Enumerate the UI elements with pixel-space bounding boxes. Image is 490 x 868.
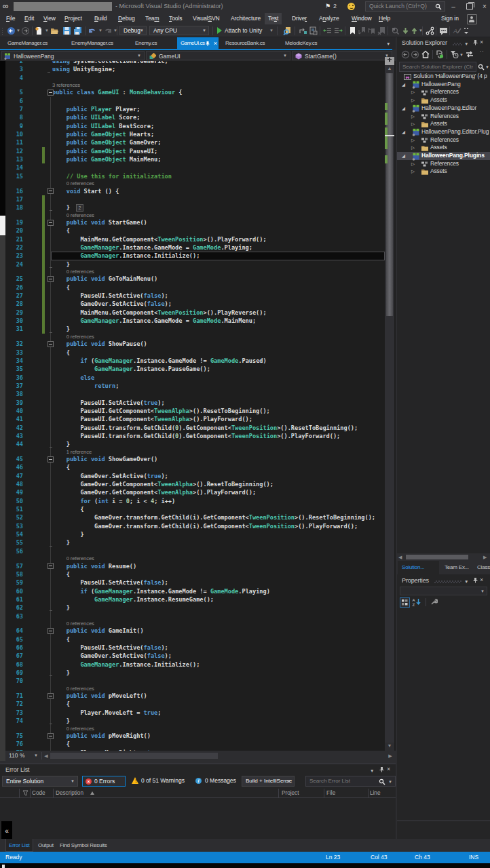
code-line-74[interactable]: 74 } [5,717,385,725]
menu-item-analyze[interactable]: Analyze [316,13,343,24]
menu-item-project[interactable]: Project [61,13,86,24]
tree-expander-expanded-icon[interactable]: ◢ [402,81,405,89]
save-all-icon[interactable] [73,26,82,35]
menu-item-help[interactable]: Help [375,13,394,24]
quick-launch-input[interactable]: Quick Launch (Ctrl+Q) [365,1,445,12]
code-line-42[interactable]: 42 PauseUI.transform.GetChild(0).GetComp… [5,424,385,432]
menu-item-view[interactable]: View [40,13,59,24]
code-line-26[interactable]: 26 { [5,283,385,292]
find-references-icon[interactable] [391,26,400,35]
tree-item-assets[interactable]: ▷Assets [397,144,490,152]
code-line-69[interactable]: 69 } [5,669,385,677]
code-line-11[interactable]: 11 public GameObject GameOver; [5,138,385,146]
hscrollbar-thumb[interactable] [50,753,218,759]
search-options-dropdown-icon[interactable]: ▼ [388,780,392,784]
status-line[interactable]: Ln 23 [326,852,340,863]
code-line-23[interactable]: 23 GameManager.Instance.Initialize(); [5,252,385,260]
error-source-dropdown[interactable]: Build + IntelliSense▼ [242,776,295,787]
navigate-backward-icon[interactable] [7,26,16,35]
document-tab-enemy-cs[interactable]: Enemy.cs [130,37,174,50]
tree-item-assets[interactable]: ▷Assets [397,167,490,176]
code-line-34[interactable]: 34 if (GameManager.Instance.GameMode != … [5,357,385,365]
feedback-smiley-icon[interactable] [347,3,355,10]
bottom-tab-error-list[interactable]: Error List [5,839,33,852]
scroll-down-icon[interactable]: ▼ [385,743,394,748]
attach-to-unity-button[interactable]: Attach to Unity [225,24,262,37]
solution-explorer-hscrollbar[interactable]: ◀ ▶ [397,553,490,561]
tree-expander-collapsed-icon[interactable]: ▷ [411,88,415,96]
code-line-76[interactable]: 76 { [5,740,385,748]
code-line-49[interactable]: 49 GameOver.GetComponent<TweenAlpha>().P… [5,488,385,496]
menu-item-test[interactable]: Test [265,13,282,24]
code-line-30[interactable]: 30 GameManager.Instance.GameMode = GameM… [5,317,385,325]
collapsed-region-badge[interactable]: 2 [76,204,83,212]
tree-expander-collapsed-icon[interactable]: ▷ [411,167,415,176]
search-icon[interactable] [478,64,485,71]
code-line-19[interactable]: 19 public void StartGame() [5,218,385,226]
pending-dropdown-icon[interactable]: ▼ [459,53,464,57]
code-line-14[interactable]: 14 [5,163,385,172]
code-line-22[interactable]: 22 GameManager.Instance.GameMode = GameM… [5,243,385,252]
autohide-expander[interactable]: « [1,821,12,841]
tree-item-references[interactable]: ▷References [397,136,490,144]
tree-expander-collapsed-icon[interactable]: ▷ [411,96,415,104]
decrease-indent-icon[interactable] [323,26,332,35]
code-line-71[interactable]: 71 public void pMoveLeft() [5,692,385,700]
warnings-filter-button[interactable]: ! 0 of 51 Warnings [130,776,191,787]
error-list-search-input[interactable]: Search Error List ▼ [305,776,396,787]
pin-icon[interactable] [472,39,478,46]
toggle-bookmark-icon[interactable] [348,26,357,35]
menu-item-build[interactable]: Build [91,13,110,24]
tree-expander-collapsed-icon[interactable]: ▷ [411,136,415,144]
code-line-63[interactable]: 63 [5,612,385,620]
code-line-54[interactable]: 54 } [5,530,385,538]
fold-collapse-icon[interactable] [48,628,54,634]
window-position-dropdown-icon[interactable]: ▼ [464,579,468,584]
menu-item-visualsvn[interactable]: VisualSVN [189,13,223,24]
code-line-7[interactable]: 7 public Player Player; [5,105,385,113]
peek-definition-icon[interactable] [309,26,318,35]
window-position-dropdown-icon[interactable]: ▼ [464,41,468,46]
code-line-17[interactable]: 17 [5,195,385,203]
scroll-up-icon[interactable]: ▲ [385,66,394,71]
code-line-35[interactable]: 35 GameManager.Instance.PauseGame(); [5,365,385,373]
code-line-62[interactable]: 62 } [5,604,385,612]
find-in-files-icon[interactable] [283,26,292,35]
pin-icon[interactable] [204,41,210,47]
se-toolbar-overflow-icon[interactable]: .. [480,47,484,53]
code-line-64[interactable]: 64 public void GameInit() [5,627,385,635]
code-review-icon[interactable] [439,26,448,35]
code-line-46[interactable]: 46 { [5,463,385,471]
tree-expander-expanded-icon[interactable]: ◢ [402,152,405,160]
menu-item-tools[interactable]: Tools [166,13,185,24]
tree-item-references[interactable]: ▷References [397,160,490,168]
document-tab-gamemanager-cs[interactable]: GameManager.cs [3,37,65,50]
sign-in-button[interactable]: Sign in [441,13,459,24]
tree-item-halloweenpang[interactable]: ◢HalloweenPang [397,81,490,89]
messages-filter-button[interactable]: i 0 Messages [193,776,238,787]
fold-collapse-icon[interactable] [48,188,54,194]
scroll-left-icon[interactable]: ◀ [43,751,50,761]
menu-item-driver[interactable]: Driver [288,13,310,24]
codelens-row[interactable]: 1 reference [5,448,385,455]
pin-icon[interactable] [379,766,385,773]
pending-changes-filter-icon[interactable] [449,50,459,59]
previous-bookmark-icon[interactable] [368,26,377,35]
undo-icon[interactable] [88,26,96,35]
code-line-41[interactable]: 41 PauseUI.GetComponent<TweenAlpha>().Pl… [5,415,385,423]
code-line-44[interactable]: 44 } [5,440,385,448]
navbar-project-dropdown[interactable]: HalloweenPang ▼ [1,51,145,60]
tree-expander-collapsed-icon[interactable]: ▷ [411,144,415,152]
code-line-66[interactable]: 66 PauseUI.SetActive(false); [5,644,385,652]
fold-collapse-icon[interactable] [48,220,54,226]
close-icon[interactable]: × [480,39,483,45]
sync-with-active-document-icon[interactable] [435,50,445,59]
code-editor[interactable]: 2using System.Collections.Generic;3using… [5,61,396,751]
code-line-73[interactable]: 73 Player.MoveLeft = true; [5,709,385,717]
home-icon[interactable] [421,50,430,59]
code-line-12[interactable]: 12 public GameObject PauseUI; [5,147,385,155]
code-line-39[interactable]: 39 PauseUI.SetActive(true); [5,399,385,407]
document-tab-resourcebank-cs[interactable]: ResourceBank.cs [221,37,278,50]
code-line-45[interactable]: 45 public void ShowGameOver() [5,455,385,463]
tree-expander-collapsed-icon[interactable]: ▷ [411,113,415,121]
